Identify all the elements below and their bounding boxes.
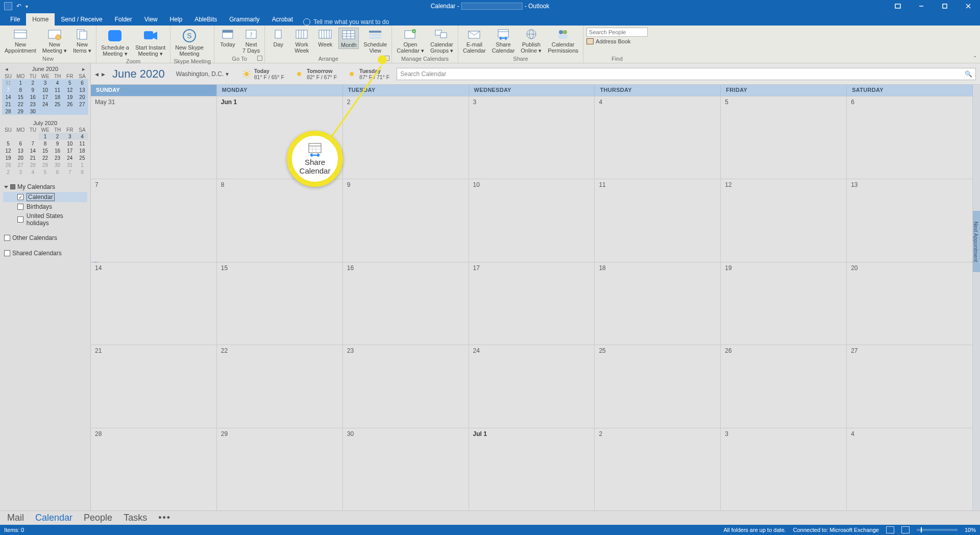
calendar-item-calendar[interactable]: ✓Calendar <box>3 192 87 202</box>
month-grid[interactable]: Previous Appointment Next Appointment Ma… <box>91 96 980 510</box>
prev-period-button[interactable]: ◂ <box>95 70 99 78</box>
week-view-button[interactable]: Week <box>315 28 335 48</box>
month-view-button[interactable]: Month <box>338 28 359 49</box>
tab-home[interactable]: Home <box>26 13 55 26</box>
other-calendars-group[interactable]: Other Calendars <box>3 233 87 243</box>
email-calendar-button[interactable]: E-mail Calendar <box>461 28 487 54</box>
weather-tomorrow[interactable]: Tomorrow82° F / 67° F <box>295 68 337 80</box>
minimize-button[interactable] <box>910 0 933 12</box>
day-cell[interactable]: 23 <box>343 345 469 427</box>
annotation-dot <box>378 55 387 64</box>
day-cell[interactable]: 15 <box>217 262 343 345</box>
tab-help[interactable]: Help <box>164 13 189 26</box>
calendar-item-birthdays[interactable]: Birthdays <box>3 202 87 211</box>
tell-me-search[interactable]: Tell me what you want to do <box>303 18 389 26</box>
ribbon-display-options-icon[interactable] <box>886 0 910 12</box>
calendar-item-us-holidays[interactable]: United States holidays <box>3 211 87 228</box>
weather-tuesday[interactable]: Tuesday87° F / 71° F <box>347 68 389 80</box>
next-period-button[interactable]: ▸ <box>102 70 105 78</box>
mini-calendar-june[interactable]: 3112345678910111213141516171819202122232… <box>2 79 88 115</box>
day-cell[interactable]: 29 <box>217 428 343 510</box>
day-cell[interactable]: 4 <box>847 428 973 510</box>
normal-view-icon[interactable] <box>886 526 894 533</box>
day-cell[interactable]: 19 <box>721 262 847 345</box>
nav-calendar[interactable]: Calendar <box>35 513 72 523</box>
day-cell[interactable]: 18 <box>595 262 721 345</box>
day-cell[interactable]: 13 <box>847 179 973 261</box>
nav-mail[interactable]: Mail <box>7 513 24 523</box>
day-cell[interactable]: 20 <box>847 262 973 345</box>
new-appointment-button[interactable]: New Appointment <box>3 28 38 54</box>
calendar-groups-button[interactable]: Calendar Groups ▾ <box>429 28 455 54</box>
my-calendars-group[interactable]: My Calendars <box>3 182 87 192</box>
close-button[interactable] <box>957 0 980 12</box>
weather-today[interactable]: Today81° F / 65° F <box>242 68 284 80</box>
search-people-input[interactable] <box>586 28 648 37</box>
day-cell[interactable]: 22 <box>217 345 343 427</box>
day-cell[interactable]: 3 <box>469 96 595 179</box>
day-cell[interactable]: 7 <box>91 179 217 261</box>
prev-month-icon[interactable]: ◂ <box>3 65 10 72</box>
tab-acrobat[interactable]: Acrobat <box>266 13 299 26</box>
tab-ablebits[interactable]: AbleBits <box>188 13 223 26</box>
group-manage-label: Manage Calendars <box>395 55 455 63</box>
tab-send-receive[interactable]: Send / Receive <box>55 13 108 26</box>
search-calendar-input[interactable]: Search Calendar🔍 <box>397 68 976 80</box>
undo-icon[interactable]: ↶ <box>16 3 21 10</box>
share-calendar-button[interactable]: Share Calendar <box>491 28 517 54</box>
day-cell[interactable]: 6 <box>847 96 973 179</box>
location-picker[interactable]: Washington, D.C. ▾ <box>176 70 229 78</box>
day-cell[interactable]: 2 <box>595 428 721 510</box>
schedule-view-button[interactable]: Schedule View <box>362 28 388 54</box>
day-cell[interactable]: 9 <box>343 179 469 261</box>
day-cell[interactable]: 25 <box>595 345 721 427</box>
calendar-permissions-button[interactable]: Calendar Permissions <box>546 28 580 54</box>
day-cell[interactable]: 3 <box>721 428 847 510</box>
next-month-icon[interactable]: ▸ <box>80 65 87 72</box>
day-cell[interactable]: 24 <box>469 345 595 427</box>
day-cell[interactable]: 30 <box>343 428 469 510</box>
tab-view[interactable]: View <box>138 13 164 26</box>
day-cell[interactable]: 21 <box>91 345 217 427</box>
publish-online-button[interactable]: Publish Online ▾ <box>519 28 543 54</box>
reading-view-icon[interactable] <box>901 526 910 533</box>
today-button[interactable]: Today <box>217 28 238 48</box>
nav-tasks[interactable]: Tasks <box>124 513 147 523</box>
day-cell[interactable]: 5 <box>721 96 847 179</box>
qat-dropdown-icon[interactable]: ▾ <box>26 4 28 9</box>
day-cell[interactable]: 26 <box>721 345 847 427</box>
collapse-ribbon-icon[interactable]: ⌃ <box>973 55 977 61</box>
mini-calendar-july[interactable]: 1234567891011121314151617181920212223242… <box>2 133 88 176</box>
new-skype-meeting-button[interactable]: SNew Skype Meeting <box>174 28 205 57</box>
day-cell[interactable]: 10 <box>469 179 595 261</box>
day-cell[interactable]: 11 <box>595 179 721 261</box>
tab-folder[interactable]: Folder <box>109 13 138 26</box>
work-week-view-button[interactable]: Work Week <box>291 28 312 54</box>
day-cell[interactable]: Jul 1 <box>469 428 595 510</box>
shared-calendars-group[interactable]: Shared Calendars <box>3 248 87 258</box>
day-cell[interactable]: 27 <box>847 345 973 427</box>
start-instant-meeting-button[interactable]: Start Instant Meeting ▾ <box>134 28 167 57</box>
maximize-button[interactable] <box>933 0 957 12</box>
tab-file[interactable]: File <box>4 13 26 26</box>
nav-more-icon[interactable]: ••• <box>158 513 171 523</box>
day-cell[interactable]: 2 <box>343 96 469 179</box>
day-cell[interactable]: 4 <box>595 96 721 179</box>
day-cell[interactable]: May 31 <box>91 96 217 179</box>
day-cell[interactable]: 12 <box>721 179 847 261</box>
day-cell[interactable]: 28 <box>91 428 217 510</box>
day-cell[interactable]: 17 <box>469 262 595 345</box>
day-cell[interactable]: 14 <box>91 262 217 345</box>
day-cell[interactable]: 8 <box>217 179 343 261</box>
address-book-button[interactable]: Address Book <box>586 38 648 44</box>
dialog-launcher-icon[interactable] <box>257 56 262 61</box>
tab-grammarly[interactable]: Grammarly <box>223 13 265 26</box>
new-meeting-button[interactable]: New Meeting ▾ <box>41 28 68 54</box>
new-items-button[interactable]: New Items ▾ <box>71 28 93 54</box>
open-calendar-button[interactable]: +Open Calendar ▾ <box>395 28 426 54</box>
schedule-meeting-button[interactable]: Schedule a Meeting ▾ <box>100 28 131 57</box>
nav-people[interactable]: People <box>84 513 112 523</box>
day-view-button[interactable]: Day <box>268 28 288 48</box>
next-7-days-button[interactable]: 7Next 7 Days <box>241 28 261 54</box>
day-cell[interactable]: 16 <box>343 262 469 345</box>
